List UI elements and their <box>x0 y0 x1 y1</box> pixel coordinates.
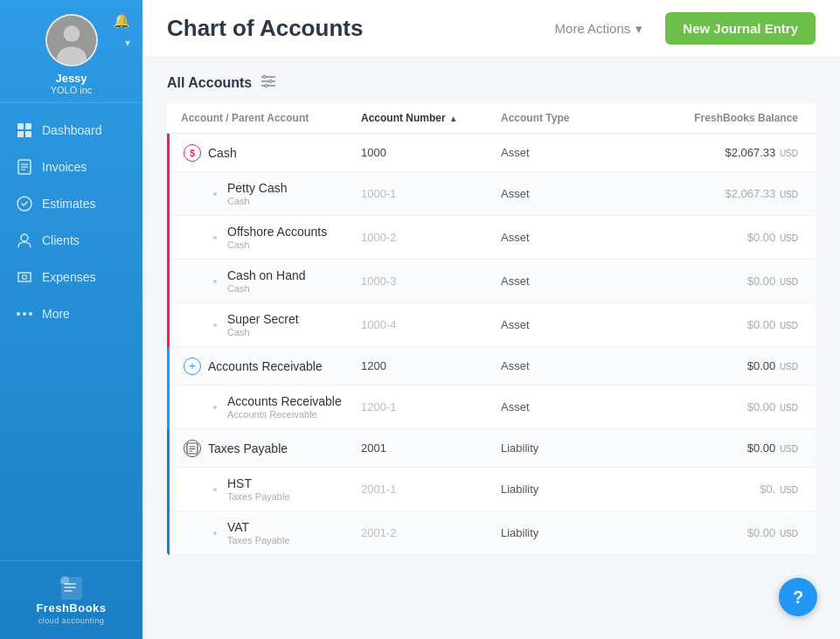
sidebar-item-label: Dashboard <box>42 123 102 137</box>
page-title: Chart of Accounts <box>167 15 363 42</box>
account-balance: $2,067.33 USD <box>641 187 816 200</box>
account-number: 1000-1 <box>361 187 501 200</box>
table-row[interactable]: + Accounts Receivable 1200 Asset $0.00 U… <box>167 347 816 385</box>
account-name-cell: Petty Cash Cash <box>184 181 361 206</box>
svg-rect-20 <box>263 76 266 79</box>
currency-label: USD <box>780 149 798 158</box>
currency-label: USD <box>780 444 798 454</box>
account-parent: Cash <box>227 327 299 337</box>
more-icon <box>16 305 33 323</box>
account-group-ar: + Accounts Receivable 1200 Asset $0.00 U… <box>167 347 816 429</box>
sidebar-footer: FreshBooks cloud accounting <box>0 560 142 639</box>
sort-arrow-icon: ▲ <box>449 114 458 123</box>
table-row[interactable]: Accounts Receivable Accounts Receivable … <box>167 385 816 429</box>
header-actions: More Actions ▾ New Journal Entry <box>543 12 816 45</box>
receipt-icon <box>184 440 201 457</box>
account-parent: Accounts Receivable <box>227 409 342 420</box>
svg-rect-5 <box>17 131 24 137</box>
account-type: Asset <box>501 359 641 372</box>
sidebar-user-section: 🔔 Jessy YOLO inc ▾ <box>0 0 142 103</box>
expenses-icon <box>16 268 33 286</box>
account-name-cell: VAT Taxes Payable <box>184 520 361 545</box>
currency-label: USD <box>780 233 798 243</box>
account-group-cash: $ Cash 1000 Asset $2,067.33 USD Petty Ca… <box>167 134 816 347</box>
account-name: Cash <box>208 146 237 160</box>
plus-icon: + <box>184 358 201 375</box>
sidebar-item-expenses[interactable]: Expenses <box>0 259 142 295</box>
account-balance: $0.00 USD <box>641 318 816 331</box>
account-name-cell: Super Secret Cash <box>184 312 361 337</box>
sidebar-item-dashboard[interactable]: Dashboard <box>0 112 142 149</box>
table-row[interactable]: Offshore Accounts Cash 1000-2 Asset $0.0… <box>167 216 816 260</box>
svg-point-13 <box>23 275 27 280</box>
account-type: Asset <box>501 187 641 200</box>
table-row[interactable]: Petty Cash Cash 1000-1 Asset $2,067.33 U… <box>167 172 816 216</box>
table-row[interactable]: Cash on Hand Cash 1000-3 Asset $0.00 USD <box>167 260 816 303</box>
account-balance: $0.00 USD <box>641 231 816 244</box>
account-type: Asset <box>501 274 641 288</box>
chevron-down-icon[interactable]: ▾ <box>125 37 130 49</box>
account-number: 2001-1 <box>361 483 501 496</box>
account-type: Asset <box>501 231 641 244</box>
table-row[interactable]: VAT Taxes Payable 2001-2 Liability $0.00… <box>167 511 816 555</box>
account-balance: $0.00 USD <box>641 359 816 372</box>
sidebar-item-more[interactable]: More <box>0 295 142 332</box>
account-name: Petty Cash <box>227 181 287 195</box>
svg-point-12 <box>21 234 28 241</box>
table-row[interactable]: Taxes Payable 2001 Liability $0.00 USD <box>167 429 816 468</box>
account-name: VAT <box>227 520 290 534</box>
more-actions-label: More Actions <box>555 21 631 36</box>
svg-point-1 <box>63 25 80 42</box>
account-parent: Cash <box>227 196 287 206</box>
account-name-cell: $ Cash <box>184 144 361 162</box>
svg-point-16 <box>29 312 32 316</box>
svg-rect-21 <box>269 80 272 83</box>
invoices-icon <box>16 158 33 176</box>
account-name: Offshore Accounts <box>227 225 327 239</box>
account-type: Liability <box>501 526 641 539</box>
bell-icon[interactable]: 🔔 <box>113 12 130 29</box>
account-type: Liability <box>501 483 641 496</box>
chevron-down-icon: ▾ <box>635 21 642 37</box>
table-row[interactable]: $ Cash 1000 Asset $2,067.33 USD <box>167 134 816 172</box>
currency-label: USD <box>780 190 798 199</box>
account-balance: $0.00 USD <box>641 441 816 455</box>
account-name: Super Secret <box>227 312 299 326</box>
table-row[interactable]: Super Secret Cash 1000-4 Asset $0.00 USD <box>167 303 816 347</box>
table-row[interactable]: HST Taxes Payable 2001-1 Liability $0. U… <box>167 468 816 511</box>
table-header: Account / Parent Account Account Number … <box>167 103 816 134</box>
user-name: Jessy <box>55 72 87 85</box>
help-button[interactable]: ? <box>779 578 817 616</box>
dollar-icon: $ <box>184 144 201 162</box>
account-parent: Cash <box>227 283 306 294</box>
account-name: Taxes Payable <box>208 441 288 455</box>
indent-dot-icon <box>210 276 220 287</box>
account-name-cell: + Accounts Receivable <box>184 358 361 375</box>
indent-dot-icon <box>210 402 220 413</box>
all-accounts-bar: All Accounts <box>167 75 816 91</box>
account-balance: $2,067.33 USD <box>641 146 816 159</box>
account-number: 1000 <box>361 146 501 159</box>
indent-dot-icon <box>210 320 220 330</box>
sidebar-item-label: More <box>42 307 70 321</box>
sidebar-item-clients[interactable]: Clients <box>0 222 142 259</box>
svg-point-14 <box>17 312 20 316</box>
filter-icon[interactable] <box>260 75 276 91</box>
accounts-table: Account / Parent Account Account Number … <box>167 103 816 555</box>
main-content: Chart of Accounts More Actions ▾ New Jou… <box>142 0 840 639</box>
sidebar-item-invoices[interactable]: Invoices <box>0 149 142 185</box>
new-journal-entry-button[interactable]: New Journal Entry <box>665 12 816 45</box>
accent-bar-pink <box>167 134 170 347</box>
sidebar-item-estimates[interactable]: Estimates <box>0 185 142 222</box>
currency-label: USD <box>780 362 798 372</box>
more-actions-button[interactable]: More Actions ▾ <box>543 14 656 44</box>
account-type: Liability <box>501 441 641 455</box>
account-number: 1200 <box>361 359 501 372</box>
sidebar: 🔔 Jessy YOLO inc ▾ <box>0 0 142 639</box>
account-parent: Taxes Payable <box>227 535 290 545</box>
account-type: Asset <box>501 146 641 159</box>
col-balance: FreshBooks Balance <box>641 112 816 124</box>
account-balance: $0.00 USD <box>641 274 816 288</box>
dashboard-icon <box>16 122 33 139</box>
indent-dot-icon <box>210 233 220 243</box>
